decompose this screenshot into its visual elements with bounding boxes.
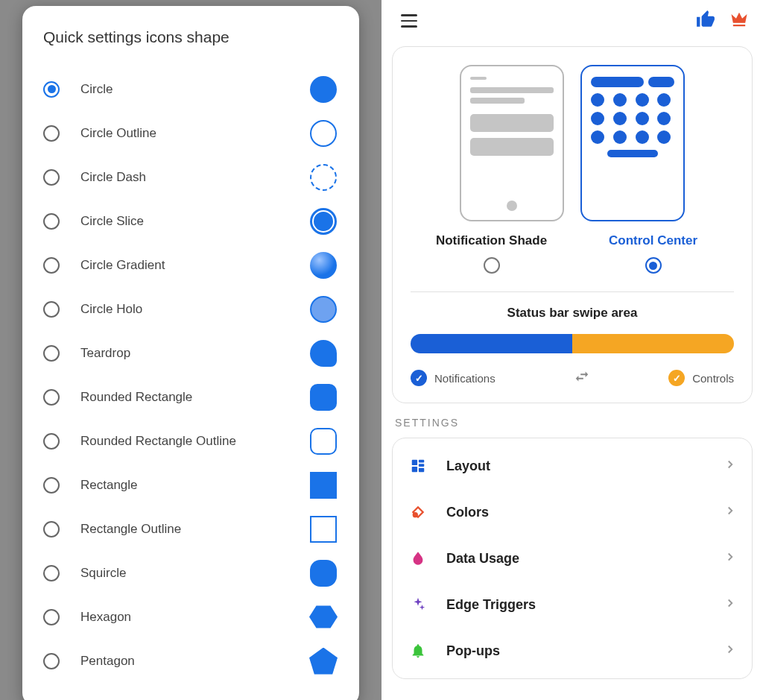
shape-label: Rounded Rectangle [80, 390, 308, 405]
shape-option-circle-holo[interactable]: Circle Holo [43, 287, 338, 331]
radio-button[interactable] [43, 345, 60, 362]
circle-outline-preview-icon [308, 119, 338, 148]
shape-label: Circle Slice [80, 214, 308, 229]
layout-icon [408, 455, 428, 476]
radio-button[interactable] [43, 169, 60, 186]
thumbs-up-icon[interactable] [696, 10, 715, 32]
mode-notification-radio[interactable] [484, 257, 500, 274]
notification-shade-preview[interactable] [460, 65, 564, 221]
chevron-right-icon [724, 596, 737, 613]
shape-label: Rectangle Outline [80, 522, 308, 537]
legend-notifications: ✓ Notifications [411, 370, 496, 386]
radio-button[interactable] [43, 213, 60, 230]
shape-label: Pentagon [80, 654, 308, 669]
swipe-area-right [572, 334, 734, 353]
shape-label: Squircle [80, 566, 308, 581]
radio-button[interactable] [43, 521, 60, 537]
mode-control-label[interactable]: Control Center [572, 233, 734, 248]
shape-option-rect-outline[interactable]: Rectangle Outline [43, 507, 338, 551]
shape-option-rrect[interactable]: Rounded Rectangle [43, 375, 338, 419]
shape-label: Rounded Rectangle Outline [80, 434, 308, 449]
shape-label: Rectangle [80, 478, 308, 493]
shape-option-teardrop[interactable]: Teardrop [43, 331, 338, 375]
shape-label: Circle Holo [80, 302, 308, 317]
settings-item-colors[interactable]: Colors [408, 489, 737, 535]
mode-card: Notification Shade Control Center Status… [392, 46, 753, 403]
bell-icon [408, 640, 428, 661]
radio-button[interactable] [43, 433, 60, 450]
shape-option-squircle[interactable]: Squircle [43, 551, 338, 595]
shape-option-circle-dash[interactable]: Circle Dash [43, 155, 338, 199]
pentagon-preview-icon [308, 646, 338, 676]
colors-icon [408, 502, 428, 523]
shape-option-pentagon[interactable]: Pentagon [43, 639, 338, 683]
shape-option-rrect-outline[interactable]: Rounded Rectangle Outline [43, 419, 338, 463]
mode-previews [411, 65, 734, 221]
svg-rect-2 [419, 464, 424, 467]
mode-notification-label[interactable]: Notification Shade [411, 233, 572, 248]
rect-outline-preview-icon [308, 514, 338, 544]
check-icon: ✓ [411, 370, 427, 386]
legend-controls-label: Controls [692, 372, 734, 385]
topbar-actions [696, 9, 750, 33]
menu-icon[interactable] [395, 8, 423, 34]
swipe-area-left [411, 334, 572, 353]
shape-option-circle-gradient[interactable]: Circle Gradient [43, 243, 338, 287]
chevron-right-icon [724, 458, 737, 474]
mode-labels: Notification Shade Control Center [411, 233, 734, 274]
svg-rect-4 [419, 468, 424, 473]
rrect-preview-icon [308, 382, 338, 412]
radio-button[interactable] [43, 609, 60, 625]
radio-button[interactable] [43, 389, 60, 406]
shape-label: Hexagon [80, 610, 308, 625]
shape-option-circle-outline[interactable]: Circle Outline [43, 111, 338, 155]
radio-button[interactable] [43, 653, 60, 669]
circle-dash-preview-icon [308, 163, 338, 192]
settings-item-label: Layout [446, 458, 724, 474]
radio-button[interactable] [43, 81, 60, 98]
settings-item-bell[interactable]: Pop-ups [408, 628, 737, 674]
rect-preview-icon [308, 470, 338, 500]
rrect-outline-preview-icon [308, 426, 338, 456]
control-center-preview[interactable] [580, 65, 685, 221]
radio-button[interactable] [43, 257, 60, 274]
settings-section-label: SETTINGS [395, 417, 750, 429]
radio-button[interactable] [43, 477, 60, 494]
crown-icon[interactable] [729, 9, 750, 33]
chevron-right-icon [724, 643, 737, 659]
settings-item-label: Colors [446, 505, 724, 520]
settings-item-layout[interactable]: Layout [408, 443, 737, 489]
circle-fill-preview-icon [308, 75, 338, 104]
radio-button[interactable] [43, 301, 60, 318]
divider [411, 291, 734, 292]
shape-label: Circle Gradient [80, 258, 308, 273]
shape-label: Circle Dash [80, 170, 308, 185]
shape-option-circle-slice[interactable]: Circle Slice [43, 199, 338, 243]
swipe-area-bar[interactable] [411, 334, 734, 353]
shape-label: Circle [80, 82, 308, 97]
legend-notifications-label: Notifications [434, 372, 496, 385]
svg-rect-3 [412, 467, 417, 472]
settings-item-sparkle[interactable]: Edge Triggers [408, 581, 737, 628]
shape-option-hexagon[interactable]: Hexagon [43, 595, 338, 639]
shape-picker-backdrop: Quick settings icons shape CircleCircle … [0, 0, 382, 700]
mode-control-radio[interactable] [645, 257, 662, 274]
top-bar [390, 0, 754, 42]
legend-controls: ✓ Controls [668, 370, 734, 386]
settings-item-drop[interactable]: Data Usage [408, 535, 737, 581]
shape-option-circle-fill[interactable]: Circle [43, 67, 338, 111]
settings-item-label: Edge Triggers [446, 597, 724, 613]
settings-item-label: Data Usage [446, 551, 724, 567]
teardrop-preview-icon [308, 338, 338, 368]
radio-button[interactable] [43, 125, 60, 142]
hexagon-preview-icon [308, 602, 338, 632]
circle-holo-preview-icon [308, 294, 338, 324]
settings-list: LayoutColorsData UsageEdge TriggersPop-u… [392, 438, 753, 679]
swap-icon[interactable] [574, 368, 590, 388]
sparkle-icon [408, 594, 428, 615]
svg-rect-1 [419, 460, 424, 463]
radio-button[interactable] [43, 565, 60, 581]
shape-option-rect[interactable]: Rectangle [43, 463, 338, 507]
dialog-title: Quick settings icons shape [43, 28, 338, 46]
circle-slice-preview-icon [308, 206, 338, 236]
